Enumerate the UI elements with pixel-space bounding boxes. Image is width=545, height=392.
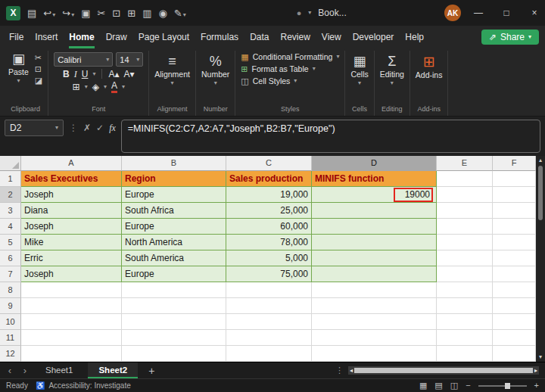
menu-tab-home[interactable]: Home <box>69 26 94 48</box>
scroll-up-icon[interactable]: ▴ <box>539 157 542 163</box>
underline-button[interactable]: U <box>82 70 89 79</box>
name-box[interactable]: D2 ▾ <box>5 120 64 136</box>
row-header-8[interactable]: 8 <box>0 282 21 298</box>
insert-function-button[interactable]: fx <box>109 120 116 136</box>
cell-C5[interactable]: 78,000 <box>226 235 312 250</box>
bold-button[interactable]: B <box>63 70 70 79</box>
cell-E1[interactable] <box>437 171 493 187</box>
addins-button[interactable]: ⊞ Add-ins <box>416 52 443 79</box>
paste-button[interactable]: ▣ Paste ▾ <box>8 52 29 84</box>
cell-D4[interactable] <box>312 219 437 235</box>
cell-A12[interactable] <box>21 346 122 362</box>
cell-F9[interactable] <box>493 298 536 314</box>
font-size-select[interactable]: 14▾ <box>116 52 143 67</box>
cell-styles-button[interactable]: ◫ Cell Styles ▾ <box>241 76 297 86</box>
column-header-A[interactable]: A <box>21 156 122 171</box>
row-header-6[interactable]: 6 <box>0 250 21 266</box>
menu-tab-review[interactable]: Review <box>280 26 310 48</box>
row-header-5[interactable]: 5 <box>0 235 21 250</box>
cell-A6[interactable]: Erric <box>21 250 122 266</box>
cancel-entry-icon[interactable]: ✗ <box>83 120 91 136</box>
increase-font-size-icon[interactable]: A▴ <box>108 70 119 79</box>
select-all-button[interactable] <box>0 156 21 171</box>
cell-A10[interactable] <box>21 314 122 330</box>
account-avatar[interactable]: AK <box>444 5 461 21</box>
cell-D3[interactable] <box>312 203 437 219</box>
scroll-left-icon[interactable]: ◂ <box>350 368 353 374</box>
cell-B3[interactable]: South Africa <box>122 203 226 219</box>
cell-F12[interactable] <box>493 346 536 362</box>
cell-B12[interactable] <box>122 346 226 362</box>
cell-E11[interactable] <box>437 330 493 346</box>
cell-C7[interactable]: 75,000 <box>226 266 312 282</box>
cell-B11[interactable] <box>122 330 226 346</box>
cell-D7[interactable] <box>312 266 437 282</box>
cell-B5[interactable]: North America <box>122 235 226 250</box>
cell-A2[interactable]: Joseph <box>21 187 122 203</box>
borders-icon[interactable]: ⊞ <box>73 82 80 92</box>
cell-E6[interactable] <box>437 250 493 266</box>
menu-tab-developer[interactable]: Developer <box>353 26 394 48</box>
cell-B4[interactable]: Europe <box>122 219 226 235</box>
page-break-view-icon[interactable]: ◫ <box>450 381 458 390</box>
page-layout-view-icon[interactable]: ▤ <box>434 381 442 390</box>
row-header-7[interactable]: 7 <box>0 266 21 282</box>
sheet-nav-left-icon[interactable]: ‹ <box>5 366 15 375</box>
cell-E4[interactable] <box>437 219 493 235</box>
horizontal-scroll-thumb[interactable] <box>354 368 533 373</box>
cell-D2[interactable]: 19000 <box>312 187 437 203</box>
cell-D1[interactable]: MINIFS function <box>312 171 437 187</box>
horizontal-scrollbar[interactable]: ◂ ▸ <box>348 366 539 375</box>
cell-A3[interactable]: Diana <box>21 203 122 219</box>
cell-A8[interactable] <box>21 282 122 298</box>
zoom-in-icon[interactable]: + <box>534 381 539 390</box>
scroll-right-icon[interactable]: ▸ <box>534 368 537 374</box>
minimize-button[interactable]: — <box>468 0 489 26</box>
cut-icon[interactable]: ✂ <box>97 8 105 18</box>
cell-C11[interactable] <box>226 330 312 346</box>
menu-tab-draw[interactable]: Draw <box>106 26 127 48</box>
cell-F6[interactable] <box>493 250 536 266</box>
draw-pen-button[interactable]: ✎▾ <box>174 8 186 18</box>
copy-icon[interactable]: ⊡ <box>112 8 120 18</box>
cell-B7[interactable]: Europe <box>122 266 226 282</box>
camera-icon[interactable]: ◉ <box>158 8 167 18</box>
italic-button[interactable]: I <box>74 70 77 79</box>
cell-E12[interactable] <box>437 346 493 362</box>
alignment-button[interactable]: ≡ Alignment ▾ <box>154 52 190 86</box>
column-header-B[interactable]: B <box>122 156 226 171</box>
cell-F4[interactable] <box>493 219 536 235</box>
row-header-9[interactable]: 9 <box>0 298 21 314</box>
menu-tab-formulas[interactable]: Formulas <box>201 26 238 48</box>
cell-C2[interactable]: 19,000 <box>226 187 312 203</box>
sheet-options-icon[interactable]: ⋮ <box>335 366 344 375</box>
cell-B2[interactable]: Europe <box>122 187 226 203</box>
printer-icon[interactable]: ▥ <box>142 8 151 18</box>
formula-bar-handle[interactable]: ⋮ <box>69 120 78 136</box>
cell-D5[interactable] <box>312 235 437 250</box>
cell-E8[interactable] <box>437 282 493 298</box>
column-header-F[interactable]: F <box>493 156 536 171</box>
cell-A11[interactable] <box>21 330 122 346</box>
save-icon[interactable]: ▤ <box>27 8 36 18</box>
menu-tab-data[interactable]: Data <box>250 26 269 48</box>
cell-D11[interactable] <box>312 330 437 346</box>
vertical-scrollbar[interactable]: ▴ ▾ <box>536 156 545 362</box>
new-sheet-button[interactable]: + <box>148 365 154 377</box>
fill-color-icon[interactable]: ◈ <box>92 82 99 92</box>
zoom-slider[interactable] <box>478 385 527 387</box>
cell-A4[interactable]: Joseph <box>21 219 122 235</box>
cell-C4[interactable]: 60,000 <box>226 219 312 235</box>
record-icon[interactable]: ● <box>297 9 302 17</box>
copy-icon[interactable]: ⊡ <box>35 65 42 73</box>
cell-A7[interactable]: Joseph <box>21 266 122 282</box>
cut-icon[interactable]: ✂ <box>35 54 42 62</box>
title-dropdown-icon[interactable]: ▾ <box>308 10 311 16</box>
redo-button[interactable]: ↪▾ <box>62 8 74 18</box>
cell-E10[interactable] <box>437 314 493 330</box>
cell-D9[interactable] <box>312 298 437 314</box>
row-header-4[interactable]: 4 <box>0 219 21 235</box>
cell-D6[interactable] <box>312 250 437 266</box>
row-header-1[interactable]: 1 <box>0 171 21 187</box>
table-icon[interactable]: ⊞ <box>127 8 135 18</box>
